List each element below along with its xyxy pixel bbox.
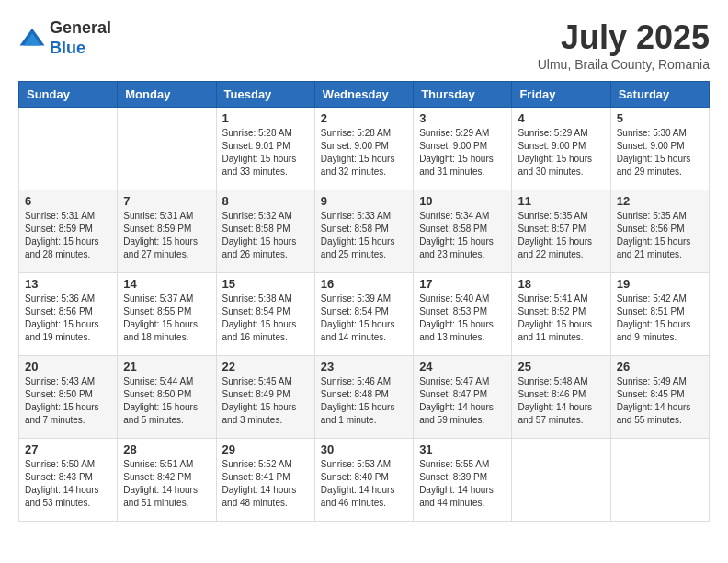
day-info: Sunrise: 5:41 AM Sunset: 8:52 PM Dayligh… [518,293,604,344]
calendar-cell: 16Sunrise: 5:39 AM Sunset: 8:54 PM Dayli… [314,273,413,356]
calendar-cell: 20Sunrise: 5:43 AM Sunset: 8:50 PM Dayli… [19,356,118,439]
day-number: 13 [25,277,111,291]
day-number: 18 [518,277,604,291]
calendar-cell [610,439,709,522]
week-row-4: 20Sunrise: 5:43 AM Sunset: 8:50 PM Dayli… [19,356,710,439]
day-number: 10 [419,194,506,208]
week-row-1: 1Sunrise: 5:28 AM Sunset: 9:01 PM Daylig… [19,108,710,190]
day-info: Sunrise: 5:28 AM Sunset: 9:00 PM Dayligh… [321,127,407,178]
day-info: Sunrise: 5:53 AM Sunset: 8:40 PM Dayligh… [321,458,407,510]
day-info: Sunrise: 5:29 AM Sunset: 9:00 PM Dayligh… [518,127,604,178]
calendar-cell: 29Sunrise: 5:52 AM Sunset: 8:41 PM Dayli… [216,439,314,522]
day-info: Sunrise: 5:35 AM Sunset: 8:56 PM Dayligh… [617,210,703,261]
weekday-friday: Friday [512,82,610,108]
calendar-cell: 22Sunrise: 5:45 AM Sunset: 8:49 PM Dayli… [216,356,314,439]
calendar-cell: 10Sunrise: 5:34 AM Sunset: 8:58 PM Dayli… [414,190,512,273]
day-number: 2 [321,111,407,125]
calendar-cell: 3Sunrise: 5:29 AM Sunset: 9:00 PM Daylig… [414,108,512,190]
week-row-3: 13Sunrise: 5:36 AM Sunset: 8:56 PM Dayli… [19,273,710,356]
day-info: Sunrise: 5:35 AM Sunset: 8:57 PM Dayligh… [518,210,604,261]
day-info: Sunrise: 5:49 AM Sunset: 8:45 PM Dayligh… [617,375,703,427]
weekday-thursday: Thursday [414,82,512,108]
day-number: 28 [123,442,210,456]
weekday-tuesday: Tuesday [216,82,314,108]
day-info: Sunrise: 5:37 AM Sunset: 8:55 PM Dayligh… [123,293,210,344]
day-number: 30 [321,442,407,456]
logo-general: General [50,18,111,39]
day-number: 17 [419,277,506,291]
day-info: Sunrise: 5:48 AM Sunset: 8:46 PM Dayligh… [518,375,604,427]
week-row-5: 27Sunrise: 5:50 AM Sunset: 8:43 PM Dayli… [19,439,710,522]
calendar-cell: 13Sunrise: 5:36 AM Sunset: 8:56 PM Dayli… [19,273,118,356]
day-number: 4 [518,111,604,125]
page-header: General Blue July 2025 Ulmu, Braila Coun… [18,18,710,72]
day-number: 19 [617,277,703,291]
day-info: Sunrise: 5:52 AM Sunset: 8:41 PM Dayligh… [222,458,309,510]
calendar-cell: 23Sunrise: 5:46 AM Sunset: 8:48 PM Dayli… [314,356,413,439]
weekday-monday: Monday [118,82,216,108]
logo: General Blue [18,18,111,58]
calendar-cell: 26Sunrise: 5:49 AM Sunset: 8:45 PM Dayli… [610,356,709,439]
day-info: Sunrise: 5:42 AM Sunset: 8:51 PM Dayligh… [617,293,703,344]
calendar-cell: 5Sunrise: 5:30 AM Sunset: 9:00 PM Daylig… [610,108,709,190]
day-number: 9 [321,194,407,208]
day-info: Sunrise: 5:55 AM Sunset: 8:39 PM Dayligh… [419,458,506,510]
day-info: Sunrise: 5:40 AM Sunset: 8:53 PM Dayligh… [419,293,506,344]
calendar-cell: 6Sunrise: 5:31 AM Sunset: 8:59 PM Daylig… [19,190,118,273]
day-number: 6 [25,194,111,208]
location: Ulmu, Braila County, Romania [538,57,710,72]
calendar-cell: 27Sunrise: 5:50 AM Sunset: 8:43 PM Dayli… [19,439,118,522]
day-info: Sunrise: 5:50 AM Sunset: 8:43 PM Dayligh… [25,458,111,510]
calendar-cell: 1Sunrise: 5:28 AM Sunset: 9:01 PM Daylig… [216,108,314,190]
day-info: Sunrise: 5:44 AM Sunset: 8:50 PM Dayligh… [123,375,210,427]
calendar-cell: 12Sunrise: 5:35 AM Sunset: 8:56 PM Dayli… [610,190,709,273]
day-number: 7 [123,194,210,208]
day-number: 11 [518,194,604,208]
calendar-cell: 24Sunrise: 5:47 AM Sunset: 8:47 PM Dayli… [414,356,512,439]
day-number: 24 [419,360,506,373]
calendar-table: SundayMondayTuesdayWednesdayThursdayFrid… [18,81,710,522]
day-info: Sunrise: 5:31 AM Sunset: 8:59 PM Dayligh… [123,210,210,261]
logo-blue: Blue [50,39,111,59]
calendar-cell: 7Sunrise: 5:31 AM Sunset: 8:59 PM Daylig… [118,190,216,273]
day-info: Sunrise: 5:36 AM Sunset: 8:56 PM Dayligh… [25,293,111,344]
day-number: 5 [617,111,703,125]
logo-icon [18,25,46,52]
calendar-cell [118,108,216,190]
day-number: 27 [25,442,111,456]
calendar-cell: 21Sunrise: 5:44 AM Sunset: 8:50 PM Dayli… [118,356,216,439]
calendar-cell: 25Sunrise: 5:48 AM Sunset: 8:46 PM Dayli… [512,356,610,439]
day-number: 31 [419,442,506,456]
day-info: Sunrise: 5:34 AM Sunset: 8:58 PM Dayligh… [419,210,506,261]
day-info: Sunrise: 5:51 AM Sunset: 8:42 PM Dayligh… [123,458,210,510]
day-info: Sunrise: 5:31 AM Sunset: 8:59 PM Dayligh… [25,210,111,261]
calendar-cell: 18Sunrise: 5:41 AM Sunset: 8:52 PM Dayli… [512,273,610,356]
day-number: 21 [123,360,210,373]
day-number: 1 [222,111,309,125]
day-info: Sunrise: 5:33 AM Sunset: 8:58 PM Dayligh… [321,210,407,261]
calendar-cell: 4Sunrise: 5:29 AM Sunset: 9:00 PM Daylig… [512,108,610,190]
day-info: Sunrise: 5:45 AM Sunset: 8:49 PM Dayligh… [222,375,309,427]
day-info: Sunrise: 5:46 AM Sunset: 8:48 PM Dayligh… [321,375,407,427]
day-number: 25 [518,360,604,373]
day-info: Sunrise: 5:43 AM Sunset: 8:50 PM Dayligh… [25,375,111,427]
calendar-cell [19,108,118,190]
day-info: Sunrise: 5:29 AM Sunset: 9:00 PM Dayligh… [419,127,506,178]
weekday-header-row: SundayMondayTuesdayWednesdayThursdayFrid… [19,82,710,108]
calendar-cell: 9Sunrise: 5:33 AM Sunset: 8:58 PM Daylig… [314,190,413,273]
calendar-cell: 19Sunrise: 5:42 AM Sunset: 8:51 PM Dayli… [610,273,709,356]
calendar-cell: 11Sunrise: 5:35 AM Sunset: 8:57 PM Dayli… [512,190,610,273]
day-number: 8 [222,194,309,208]
calendar-cell: 15Sunrise: 5:38 AM Sunset: 8:54 PM Dayli… [216,273,314,356]
calendar-cell: 8Sunrise: 5:32 AM Sunset: 8:58 PM Daylig… [216,190,314,273]
day-number: 12 [617,194,703,208]
calendar-body: 1Sunrise: 5:28 AM Sunset: 9:01 PM Daylig… [19,108,710,522]
day-info: Sunrise: 5:30 AM Sunset: 9:00 PM Dayligh… [617,127,703,178]
day-number: 29 [222,442,309,456]
month-year: July 2025 [538,18,710,57]
week-row-2: 6Sunrise: 5:31 AM Sunset: 8:59 PM Daylig… [19,190,710,273]
calendar-cell: 14Sunrise: 5:37 AM Sunset: 8:55 PM Dayli… [118,273,216,356]
day-info: Sunrise: 5:28 AM Sunset: 9:01 PM Dayligh… [222,127,309,178]
day-number: 20 [25,360,111,373]
calendar-cell: 28Sunrise: 5:51 AM Sunset: 8:42 PM Dayli… [118,439,216,522]
